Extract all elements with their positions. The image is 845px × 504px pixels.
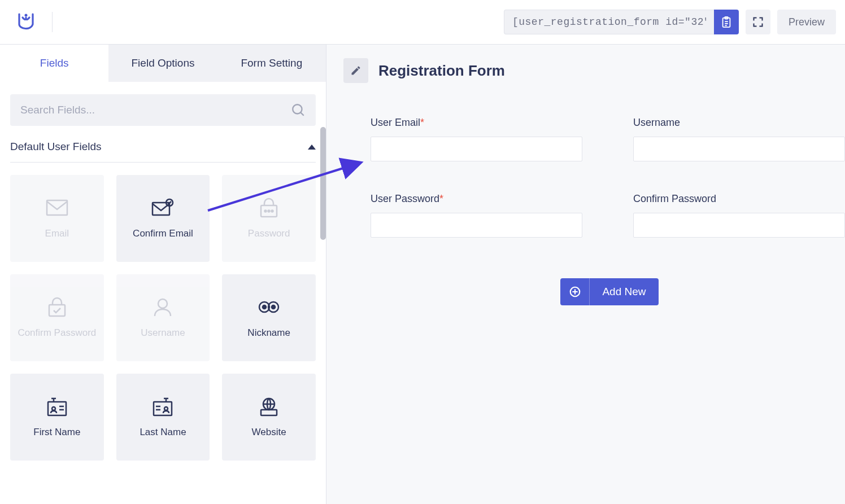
- tab-fields[interactable]: Fields: [0, 45, 108, 82]
- website-icon: [258, 396, 280, 417]
- svg-point-10: [272, 211, 273, 212]
- header-right: Preview: [504, 10, 836, 34]
- form-row: User Email* Username: [371, 117, 845, 161]
- field-label: First Name: [33, 427, 80, 438]
- field-label: Username: [141, 327, 185, 339]
- section-title: Default User Fields: [10, 141, 102, 153]
- tab-form-setting[interactable]: Form Setting: [217, 45, 326, 82]
- field-card-nickname[interactable]: Nickname: [222, 274, 316, 361]
- field-label: Last Name: [140, 427, 186, 438]
- email-icon: [46, 198, 68, 218]
- field-label: Email: [45, 228, 69, 239]
- svg-point-15: [263, 305, 266, 309]
- header-divider: [52, 12, 53, 32]
- svg-point-20: [164, 407, 168, 410]
- field-card-password[interactable]: Password: [222, 175, 316, 262]
- search-fields-input[interactable]: [20, 104, 291, 116]
- chevron-up-icon: [308, 144, 316, 150]
- user-icon: [151, 297, 174, 317]
- nickname-icon: [258, 297, 280, 317]
- field-card-confirm-password[interactable]: Confirm Password: [10, 274, 104, 361]
- field-card-username[interactable]: Username: [116, 274, 210, 361]
- plus-icon-wrap: [560, 278, 590, 305]
- svg-point-9: [268, 211, 270, 212]
- user-email-input[interactable]: [371, 137, 582, 161]
- field-label: Password: [248, 228, 290, 239]
- field-label-user-email: User Email*: [371, 117, 582, 129]
- field-label-user-password: User Password*: [371, 193, 582, 205]
- search-box: [10, 94, 316, 126]
- form-col: Confirm Password: [633, 193, 845, 238]
- confirm-password-input[interactable]: [633, 213, 845, 238]
- id-card-alt-icon: [151, 396, 174, 417]
- field-label: Confirm Password: [18, 327, 96, 339]
- form-col: User Email*: [371, 117, 582, 161]
- field-card-website[interactable]: Website: [222, 374, 316, 461]
- form-col: Username: [633, 117, 845, 161]
- svg-point-8: [265, 211, 267, 212]
- svg-point-0: [25, 14, 28, 17]
- clipboard-icon: [720, 16, 733, 28]
- svg-rect-11: [49, 305, 65, 316]
- user-password-input[interactable]: [371, 213, 582, 238]
- plus-circle-icon: [569, 286, 581, 298]
- field-label: Confirm Email: [133, 228, 193, 239]
- sidebar-body: Default User Fields Email: [0, 82, 326, 473]
- field-label-username: Username: [633, 117, 845, 129]
- sidebar: Fields Field Options Form Setting Defaul…: [0, 45, 326, 504]
- section-header[interactable]: Default User Fields: [10, 141, 316, 163]
- fullscreen-icon: [752, 16, 764, 28]
- svg-point-18: [52, 407, 55, 410]
- sidebar-tabs: Fields Field Options Form Setting: [0, 45, 326, 82]
- field-card-email[interactable]: Email: [10, 175, 104, 262]
- field-card-first-name[interactable]: First Name: [10, 374, 104, 461]
- add-new-button[interactable]: Add New: [560, 278, 658, 305]
- edit-title-button[interactable]: [343, 58, 368, 83]
- scrollbar-thumb[interactable]: [320, 127, 326, 240]
- svg-rect-19: [154, 402, 172, 415]
- svg-rect-22: [261, 410, 277, 415]
- tab-field-options[interactable]: Field Options: [108, 45, 217, 82]
- field-card-confirm-email[interactable]: Confirm Email: [116, 175, 210, 262]
- fullscreen-button[interactable]: [746, 10, 770, 34]
- form-canvas: Registration Form User Email* Username U…: [326, 45, 845, 504]
- svg-rect-17: [48, 402, 66, 415]
- form-col: User Password*: [371, 193, 582, 238]
- copy-shortcode-button[interactable]: [714, 10, 739, 34]
- confirm-email-icon: [151, 198, 174, 218]
- search-icon: [291, 103, 306, 117]
- field-label: Nickname: [247, 327, 290, 339]
- password-icon: [258, 198, 280, 218]
- id-card-icon: [46, 396, 68, 417]
- field-grid: Email Confirm Email: [10, 175, 316, 461]
- brand-logo-icon: [16, 12, 36, 32]
- confirm-password-icon: [46, 297, 68, 317]
- main-layout: Fields Field Options Form Setting Defaul…: [0, 45, 845, 504]
- field-label-confirm-password: Confirm Password: [633, 193, 845, 205]
- field-label: Website: [252, 427, 286, 438]
- form-title: Registration Form: [378, 62, 505, 80]
- shortcode-input[interactable]: [504, 10, 714, 34]
- svg-point-12: [158, 299, 167, 308]
- header-bar: Preview: [0, 0, 845, 45]
- field-card-last-name[interactable]: Last Name: [116, 374, 210, 461]
- preview-button[interactable]: Preview: [777, 10, 836, 34]
- svg-point-3: [293, 104, 302, 113]
- username-input[interactable]: [633, 137, 845, 161]
- svg-point-16: [272, 305, 275, 309]
- form-title-row: Registration Form: [343, 58, 845, 83]
- form-row: User Password* Confirm Password: [371, 193, 845, 238]
- shortcode-group: [504, 10, 739, 34]
- header-left: [16, 12, 53, 32]
- svg-rect-4: [47, 200, 67, 215]
- pencil-icon: [350, 65, 361, 76]
- form-fields-area: User Email* Username User Password* Conf…: [343, 117, 845, 305]
- add-new-label: Add New: [590, 286, 658, 298]
